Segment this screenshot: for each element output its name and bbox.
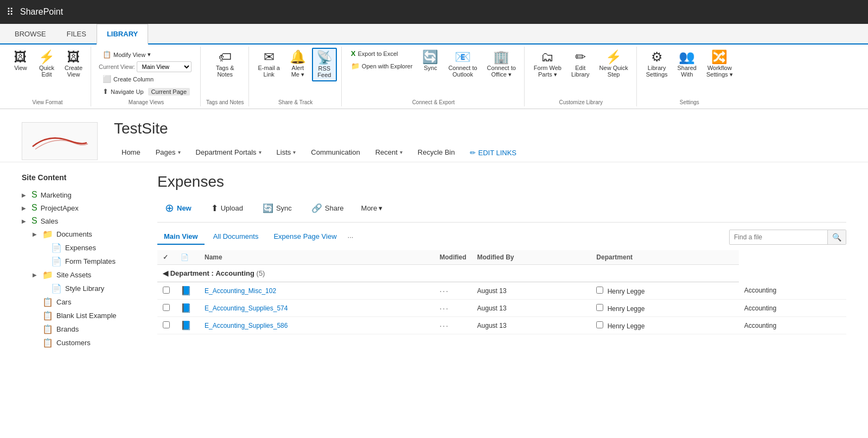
expenses-title: Expenses [157,173,846,191]
find-file-search-button[interactable]: 🔍 [827,230,846,244]
create-column-button[interactable]: ⬜ Create Column [99,73,194,85]
new-button[interactable]: ⊕ New [157,198,199,218]
group-header-accounting: ◀ Department : Accounting (5) [157,265,846,282]
modify-view-button[interactable]: 📋 Modify View ▾ [99,49,194,60]
sync-action-icon: 🔄 [263,203,273,213]
sidebar-item-expenses[interactable]: 📄 Expenses [22,241,141,255]
create-column-icon: ⬜ [103,75,111,83]
file-actions-1[interactable]: ··· [439,287,449,295]
new-quick-step-button[interactable]: ⚡ New QuickStep [596,48,632,80]
sidebar-item-site-assets[interactable]: ▶ 📁 Site Assets [22,268,141,282]
sidebar-item-sales[interactable]: ▶ S Sales [22,214,141,227]
dept-check-3[interactable] [596,321,603,328]
nav-recycle-bin[interactable]: Recycle Bin [410,144,463,162]
nav-lists[interactable]: Lists ▾ [269,144,304,162]
group-collapse-icon[interactable]: ◀ [163,269,168,277]
sidebar-item-cars[interactable]: 📋 Cars [22,295,141,309]
alert-me-button[interactable]: 🔔 AlertMe ▾ [286,48,310,81]
table-header-row: ✓ 📄 Name Modified Modified By Department [157,250,846,265]
nav-home[interactable]: Home [114,144,148,162]
connect-outlook-button[interactable]: 📧 Connect toOutlook [444,48,481,80]
connect-office-button[interactable]: 🏢 Connect toOffice ▾ [483,48,520,81]
modified-by-3: Henry Legge [608,322,645,330]
file-name-3[interactable]: E_Accounting_Supplies_586 [205,322,288,329]
upload-button[interactable]: ⬆ Upload [203,200,251,217]
sync-action-button[interactable]: 🔄 Sync [255,200,299,217]
navigate-up-button[interactable]: ⬆ Navigate Up Current Page [99,86,194,97]
library-settings-button[interactable]: ⚙ LibrarySettings [642,48,672,80]
edit-library-icon: ✏ [575,50,586,64]
edit-links-button[interactable]: ✏ EDIT LINKS [462,144,524,161]
file-checkbox-2[interactable] [163,304,170,311]
modified-by-2: Henry Legge [608,305,645,313]
export-excel-icon: X [351,49,356,58]
create-view-button[interactable]: 🖼 CreateView [61,48,86,80]
sales-expand-icon: ▶ [22,218,28,224]
customize-label: Customize Library [559,99,603,105]
grid-icon[interactable]: ⠿ [7,6,14,18]
check-all-header: ✓ [157,250,175,265]
view-tab-main[interactable]: Main View [157,229,205,245]
view-tab-more[interactable]: ··· [346,230,356,244]
rss-feed-button[interactable]: 📡 RSSFeed [312,48,337,81]
file-checkbox-1[interactable] [163,287,170,294]
nav-communication[interactable]: Communication [303,144,367,162]
edit-library-button[interactable]: ✏ EditLibrary [567,48,593,80]
ribbon-tabs: BROWSE FILES LIBRARY [0,24,868,45]
view-tab-expense-page[interactable]: Expense Page View [267,229,343,245]
share-button[interactable]: 🔗 Share [304,200,352,217]
dept-check-1[interactable] [596,287,603,294]
export-excel-button[interactable]: X Export to Excel [347,48,417,59]
form-templates-icon: 📄 [51,256,62,266]
sidebar-item-brands[interactable]: 📋 Brands [22,322,141,336]
cars-icon: 📋 [42,297,53,307]
view-button[interactable]: 🖼 View [9,48,33,74]
shared-with-button[interactable]: 👥 SharedWith [674,48,700,80]
sidebar-item-marketing[interactable]: ▶ S Marketing [22,188,141,201]
file-name-1[interactable]: E_Accounting_Misc_102 [205,287,276,295]
open-explorer-button[interactable]: 📁 Open with Explorer [347,60,417,72]
ribbon-group-manage-views: 📋 Modify View ▾ Current View: Main View … [92,47,201,106]
navigate-up-icon: ⬆ [103,87,108,96]
ribbon-group-settings: ⚙ LibrarySettings 👥 SharedWith 🔀 Workflo… [638,47,741,106]
sidebar-item-blank-list[interactable]: 📋 Blank List Example [22,309,141,322]
quick-edit-button[interactable]: ⚡ QuickEdit [35,48,59,80]
sidebar-item-projectapex[interactable]: ▶ S ProjectApex [22,201,141,214]
tags-notes-button[interactable]: 🏷 Tags &Notes [212,48,238,80]
nav-pages[interactable]: Pages ▾ [148,144,188,162]
sidebar-item-form-templates[interactable]: 📄 Form Templates [22,255,141,268]
rss-feed-icon: 📡 [316,51,333,64]
find-file-input[interactable] [730,231,827,244]
tab-browse[interactable]: BROWSE [4,24,56,45]
modified-date-3: August 13 [472,317,591,334]
brands-icon: 📋 [42,324,53,334]
file-name-2[interactable]: E_Accounting_Supplies_574 [205,304,288,312]
connect-export-label: Connect & Export [412,99,455,105]
more-button[interactable]: More ▾ [356,201,388,215]
tab-files[interactable]: FILES [56,24,97,45]
marketing-expand-icon: ▶ [22,192,28,198]
file-actions-3[interactable]: ··· [439,321,449,330]
view-tab-all-docs[interactable]: All Documents [207,229,265,245]
file-actions-2[interactable]: ··· [439,304,449,313]
form-web-parts-icon: 🗂 [541,50,554,64]
tab-library[interactable]: LIBRARY [97,24,148,45]
file-icon-1: 📘 [181,286,192,295]
sidebar-item-style-library[interactable]: 📄 Style Library [22,282,141,295]
documents-table: ✓ 📄 Name Modified Modified By Department… [157,250,846,334]
main-view-dropdown[interactable]: Main View All Documents [137,61,192,72]
nav-dept-portals[interactable]: Department Portals ▾ [188,144,269,162]
sidebar-item-customers[interactable]: 📋 Customers [22,336,141,350]
file-checkbox-3[interactable] [163,321,170,328]
workflow-settings-button[interactable]: 🔀 WorkflowSettings ▾ [703,48,737,81]
form-web-parts-button[interactable]: 🗂 Form WebParts ▾ [530,48,565,81]
nav-recent[interactable]: Recent ▾ [368,144,410,162]
logo-svg [27,128,92,155]
cars-expand-icon [33,299,39,305]
action-bar: ⊕ New ⬆ Upload 🔄 Sync 🔗 Share More ▾ [157,198,846,223]
dept-check-2[interactable] [596,304,603,311]
sidebar-item-documents[interactable]: ▶ 📁 Documents [22,227,141,241]
sync-button[interactable]: 🔄 Sync [418,48,442,74]
email-link-button[interactable]: ✉ E-mail aLink [254,48,284,80]
table-body: ◀ Department : Accounting (5) 📘 E_Accoun… [157,265,846,334]
